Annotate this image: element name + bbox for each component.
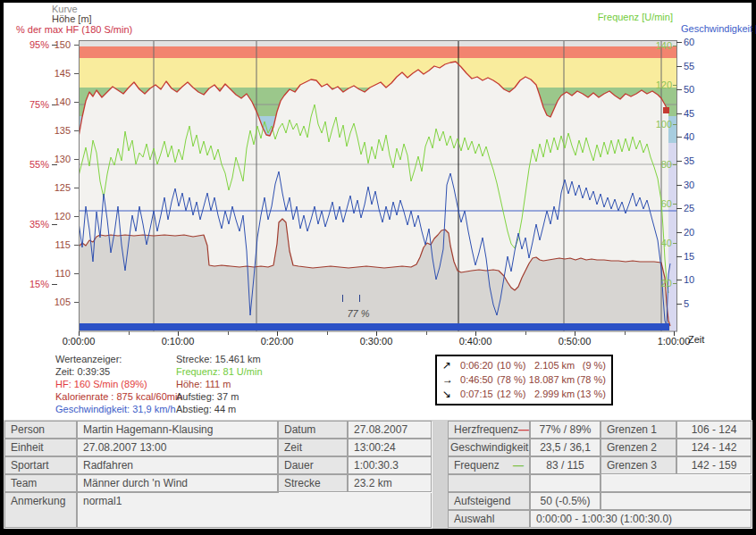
time-axis-label: 0:30:00 (345, 336, 407, 347)
hf-zone-band (79, 46, 677, 58)
hf-zone-band (79, 40, 677, 46)
alt-axis-label: 110 (29, 268, 71, 279)
interval-tick (342, 295, 343, 302)
zeit-label-cell: Zeit (278, 439, 348, 456)
alt-axis-tick (74, 302, 79, 303)
speed-axis-tick (676, 42, 682, 43)
value-indicator-ascent: Aufstieg: 37 m (176, 390, 263, 403)
selection-bar[interactable] (79, 323, 669, 330)
cad-axis-label: 140 (629, 40, 672, 51)
person-label: Person (4, 421, 77, 439)
value-indicator-hf: HF: 160 S/min (89%) (55, 378, 182, 390)
time-axis-minor-tick (525, 331, 526, 335)
cad-axis-tick (673, 164, 676, 165)
alt-axis-label: 130 (29, 154, 71, 164)
datum-value: 27.08.2007 (348, 421, 432, 439)
arrow-up-right-icon: ↗ (442, 359, 456, 372)
time-axis-minor-tick (625, 331, 626, 335)
pct-axis-label: 15% (7, 279, 49, 289)
chart-plot-area[interactable] (79, 40, 677, 332)
time-axis-label: 0:50:00 (543, 336, 606, 347)
heart-rate-series-swatch: — (518, 422, 529, 437)
window-border-bottom (0, 529, 756, 535)
geschwindigkeit-value: 23,5 / 36,1 (530, 439, 601, 456)
cad-axis-tick (673, 85, 676, 86)
sportart-value: Radfahren (77, 456, 278, 474)
alt-axis-tick (74, 188, 79, 188)
grenzen3-label: Grenzen 3 (601, 456, 676, 474)
speed-axis-label: 30 (684, 180, 719, 190)
speed-axis-label: 5 (684, 298, 719, 309)
value-indicator-column-2: Strecke: 15.461 km Frequenz: 81 U/min Hö… (176, 353, 263, 415)
einheit-label: Einheit (4, 439, 77, 456)
flat-distance-pct: (78 %) (575, 374, 606, 385)
session-info-table: Person Martin Hagemann-Klausing Einheit … (4, 420, 752, 529)
speed-axis-label: 15 (684, 251, 719, 262)
anmerkung-value: normal1 (77, 492, 432, 528)
value-indicator-altitude: Höhe: 111 m (176, 378, 263, 390)
time-axis-tick (674, 331, 675, 336)
aufsteigend-label: Aufsteigend (448, 492, 530, 510)
speed-axis-tick (676, 113, 682, 114)
cad-axis-label: 60 (629, 198, 672, 209)
pct-axis-tick (52, 224, 57, 225)
grenzen2-value: 124 - 142 (676, 439, 752, 456)
time-axis-minor-tick (228, 331, 229, 335)
datum-label: Datum (278, 421, 348, 439)
speed-axis-label: 40 (684, 131, 719, 142)
speed-axis-label: 25 (684, 203, 719, 213)
alt-axis-label: 105 (29, 297, 71, 307)
descent-time-pct: (12 %) (493, 389, 526, 399)
cad-axis-tick (673, 46, 676, 46)
cad-axis-tick (673, 283, 676, 284)
speed-axis-label: 10 (684, 274, 719, 285)
value-indicator-column-1: Werteanzeiger: Zeit: 0:39:35 HF: 160 S/m… (55, 353, 182, 415)
speed-axis-tick (676, 304, 682, 305)
speed-axis-tick (676, 280, 682, 280)
dauer-label: Dauer (278, 456, 348, 474)
pct-axis-tick (52, 164, 57, 165)
time-axis-tick (79, 331, 80, 336)
gradient-row-flat: → 0:46:50 (78 %) 18.087 km (78 %) (442, 372, 606, 387)
speed-axis-label: 55 (684, 61, 719, 71)
time-axis-label: 0:10:00 (147, 336, 209, 347)
gradient-summary-box: ↗ 0:06:20 (10 %) 2.105 km (9 %) → 0:46:5… (435, 355, 613, 405)
sportart-label: Sportart (4, 456, 77, 474)
geschwindigkeit-label: Geschwindigkeit (448, 439, 530, 456)
auswahl-label: Auswahl (448, 510, 530, 528)
value-indicator-speed: Geschwindigkeit: 31,9 km/h (55, 403, 182, 415)
speed-axis-label: 50 (684, 84, 719, 95)
grenzen1-label: Grenzen 1 (601, 421, 676, 439)
time-axis-label: 0:20:00 (246, 336, 308, 347)
speed-axis-tick (676, 66, 682, 67)
interval-tick (359, 295, 360, 302)
time-axis-label: 0:40:00 (444, 336, 507, 347)
app-window: Kurve Höhe [m] % der max HF (180 S/min) … (0, 0, 756, 535)
frequenz-label-text: Frequenz (454, 458, 500, 472)
anmerkung-label: Anmerkung (4, 492, 77, 528)
empty-cell (601, 474, 752, 492)
speed-axis-tick (676, 256, 682, 257)
empty-cell (448, 474, 530, 492)
speed-axis-tick (676, 137, 682, 138)
ascent-distance-pct: (9 %) (575, 360, 606, 371)
alt-axis-tick (74, 45, 79, 46)
person-value: Martin Hagemann-Klausing (77, 421, 278, 439)
cad-axis-label: 80 (629, 159, 672, 170)
alt-axis-tick (74, 216, 79, 217)
ascent-distance: 2.105 km (525, 360, 575, 371)
arrow-down-right-icon: ↘ (442, 388, 456, 400)
value-indicator-descent: Abstieg: 44 m (176, 403, 263, 415)
legend-hf: % der max HF (180 S/min) (16, 24, 132, 35)
time-axis-tick (376, 331, 377, 336)
zeit-value: 13:00:24 (348, 439, 432, 456)
cad-axis-label: 120 (629, 79, 672, 90)
cad-axis-tick (673, 124, 676, 125)
strecke-value: 23.2 km (348, 474, 432, 492)
grenzen2-label: Grenzen 2 (601, 439, 676, 456)
time-axis-label: 1:00:00 (643, 336, 705, 347)
value-indicator-title: Werteanzeiger: (55, 353, 182, 365)
cad-axis-label: 100 (629, 119, 672, 130)
dauer-value: 1:00:30.3 (348, 456, 432, 474)
speed-axis-label: 60 (684, 37, 719, 47)
